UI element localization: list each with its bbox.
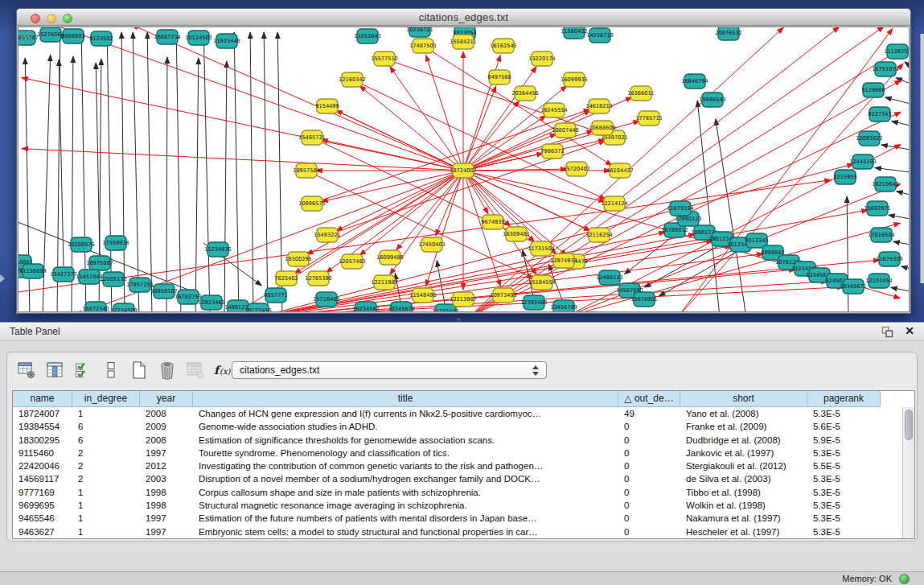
table-options-button[interactable] <box>15 360 38 381</box>
delete-columns-button[interactable] <box>156 360 179 381</box>
graph-edge[interactable] <box>889 215 910 219</box>
graph-node[interactable]: 17785715 <box>635 111 663 126</box>
column-header-5[interactable]: short <box>680 391 807 407</box>
graph-node[interactable]: 12057483 <box>339 254 366 269</box>
graph-node[interactable]: 15986543 <box>699 93 726 107</box>
graph-node[interactable]: 16099935 <box>561 72 588 87</box>
graph-node[interactable]: 11156889 <box>19 264 47 278</box>
graph-edge[interactable] <box>264 32 268 312</box>
graph-node[interactable]: 17957253 <box>126 278 154 292</box>
graph-node[interactable]: 9227343 <box>868 107 891 122</box>
graph-node[interactable]: 17359928 <box>102 236 129 250</box>
graph-node[interactable]: 17450403 <box>418 237 446 252</box>
select-columns-button[interactable] <box>72 360 94 381</box>
graph-edge[interactable] <box>395 274 401 306</box>
graph-edge[interactable] <box>336 110 463 171</box>
graph-node[interactable]: 15751074 <box>872 62 899 76</box>
network-canvas[interactable]: 1065328715276064988690391245021688723410… <box>18 27 910 312</box>
graph-node[interactable]: 12213987 <box>450 292 477 307</box>
graph-edge[interactable] <box>336 171 463 231</box>
column-header-4[interactable]: △ out_de… <box>618 391 680 407</box>
network-window-titlebar[interactable]: citations_edges.txt <box>17 9 910 26</box>
table-selector-dropdown[interactable]: citations_edges.txt <box>232 361 547 379</box>
graph-node[interactable]: 12974933 <box>550 253 577 268</box>
graph-node[interactable]: 10807448 <box>552 123 579 138</box>
graph-edge[interactable] <box>51 27 463 171</box>
graph-node[interactable]: 7986372 <box>540 144 564 159</box>
graph-edge[interactable] <box>697 101 720 312</box>
graph-node[interactable]: 16872340 <box>82 302 109 312</box>
column-header-3[interactable]: title <box>193 391 618 407</box>
graph-node[interactable]: 18957584 <box>293 163 320 178</box>
graph-edge[interactable] <box>277 32 282 312</box>
graph-node[interactable]: 20876532 <box>715 27 742 40</box>
graph-node[interactable]: 15234876 <box>204 242 232 257</box>
graph-node[interactable]: 13220174 <box>528 51 556 66</box>
graph-edge[interactable] <box>905 62 910 66</box>
window-close-button[interactable] <box>31 14 40 23</box>
graph-node[interactable]: 14236719 <box>586 28 614 43</box>
panel-collapse-chevron-icon[interactable] <box>0 274 5 282</box>
table-row[interactable]: 946554611997Estimation of the future num… <box>13 512 914 525</box>
graph-node[interactable]: 16162545 <box>490 39 517 53</box>
graph-node[interactable]: 16245554 <box>540 103 568 117</box>
graph-node[interactable]: 16309483 <box>503 227 530 241</box>
graph-edge[interactable] <box>901 266 910 269</box>
table-row[interactable]: 977716911998Corpus callosum shape and si… <box>13 486 914 499</box>
graph-node[interactable]: 20206576 <box>68 237 95 252</box>
graph-edge[interactable] <box>147 32 152 312</box>
graph-edge[interactable] <box>359 86 463 171</box>
graph-edge[interactable] <box>22 149 463 171</box>
graph-node[interactable]: 20345678 <box>388 302 415 312</box>
graph-edge[interactable] <box>885 97 910 104</box>
graph-node[interactable]: 15493221 <box>314 228 341 242</box>
graph-node[interactable]: 14618213 <box>585 99 613 113</box>
graph-node[interactable]: 9124502 <box>89 31 113 46</box>
graph-node[interactable]: 10688609 <box>589 121 616 135</box>
graph-node[interactable]: 12392465 <box>520 295 548 310</box>
graph-node[interactable]: 9857771 <box>264 288 287 303</box>
graph-edge[interactable] <box>891 287 910 291</box>
graph-node[interactable]: 11052643 <box>354 29 381 43</box>
graph-edge[interactable] <box>893 241 910 245</box>
graph-node[interactable]: 12160342 <box>339 72 366 87</box>
graph-node[interactable]: 16646794 <box>681 74 708 89</box>
table-row[interactable]: 946362711997Embryonic stem cells: a mode… <box>13 525 914 538</box>
graph-node[interactable]: 10996575 <box>298 196 326 211</box>
graph-node[interactable]: 11731504 <box>528 241 555 256</box>
window-resize-grip[interactable] <box>18 27 31 40</box>
graph-node[interactable]: 12444193 <box>849 154 877 169</box>
graph-node[interactable]: 8215955 <box>833 170 856 184</box>
graph-node[interactable]: 15720407 <box>563 162 590 176</box>
graph-edge[interactable] <box>22 77 463 171</box>
table-scrollbar[interactable] <box>902 407 914 538</box>
graph-node[interactable]: 13456789 <box>550 300 577 312</box>
graph-edge[interactable] <box>224 61 227 312</box>
row-height-button[interactable] <box>100 360 122 381</box>
graph-edge[interactable] <box>59 60 64 266</box>
graph-node[interactable]: 11923448 <box>213 34 240 48</box>
graph-node[interactable]: 9129966 <box>861 83 885 97</box>
float-panel-icon[interactable] <box>881 326 893 338</box>
graph-edge[interactable] <box>897 192 910 195</box>
graph-node[interactable]: 15678901 <box>630 292 658 307</box>
graph-node[interactable]: 15577510 <box>371 51 398 66</box>
graph-edge[interactable] <box>234 32 239 312</box>
table-row[interactable]: 911546021997Tourette syndrome. Phenomeno… <box>13 447 914 459</box>
table-row[interactable]: 1830029562008Estimation of significance … <box>13 434 914 447</box>
column-header-6[interactable]: pagerank <box>807 391 881 407</box>
graph-node[interactable]: 9154499 <box>315 99 339 113</box>
column-header-1[interactable]: in_degree <box>72 391 140 407</box>
graph-edge[interactable] <box>463 86 496 171</box>
graph-node[interactable]: 12923465 <box>198 295 225 310</box>
graph-node[interactable]: 10124503 <box>185 31 212 45</box>
graph-edge[interactable] <box>250 32 253 312</box>
graph-node[interactable]: 15716485 <box>313 292 340 307</box>
graph-node[interactable]: 11560432 <box>561 27 588 39</box>
graph-edge[interactable] <box>359 171 463 255</box>
graph-node[interactable]: 10973493 <box>490 288 517 303</box>
graph-node[interactable]: 16099489 <box>376 250 404 265</box>
graph-node[interactable]: 16958107 <box>150 284 178 299</box>
table-row[interactable]: 2242004622012Investigating the contribut… <box>13 459 914 472</box>
graph-node[interactable]: 18300295 <box>285 252 312 266</box>
